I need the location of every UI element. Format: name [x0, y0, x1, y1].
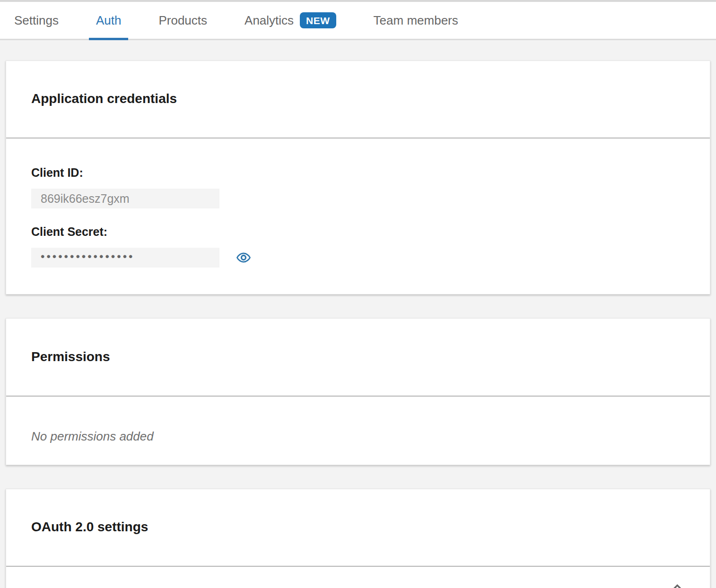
- client-id-value: 869ik66esz7gxm: [41, 192, 130, 206]
- pencil-icon: [661, 582, 683, 588]
- client-id-field: 869ik66esz7gxm: [31, 189, 219, 208]
- tab-settings[interactable]: Settings: [7, 2, 66, 39]
- client-secret-field: ••••••••••••••••: [31, 248, 219, 268]
- tab-team-members[interactable]: Team members: [367, 2, 465, 39]
- application-credentials-body: Client ID: 869ik66esz7gxm Client Secret:…: [6, 138, 710, 294]
- eye-icon: [236, 250, 252, 265]
- client-secret-row: ••••••••••••••••: [31, 248, 685, 268]
- permissions-card: Permissions No permissions added: [6, 318, 710, 465]
- oauth-settings-header: OAuth 2.0 settings: [6, 489, 710, 567]
- permissions-body: No permissions added: [6, 397, 710, 465]
- tab-products[interactable]: Products: [151, 2, 214, 39]
- tab-team-members-label: Team members: [374, 13, 458, 28]
- tab-products-label: Products: [158, 13, 207, 28]
- client-id-label: Client ID:: [31, 165, 685, 180]
- reveal-secret-button[interactable]: [236, 250, 252, 265]
- tab-settings-label: Settings: [14, 13, 59, 28]
- active-tab-underline: [89, 38, 129, 40]
- tab-auth[interactable]: Auth: [89, 2, 129, 39]
- permissions-title: Permissions: [31, 349, 685, 365]
- tab-bar: Settings Auth Products Analytics NEW Tea…: [0, 0, 716, 40]
- permissions-header: Permissions: [6, 319, 710, 396]
- oauth-settings-body: Redirect URLs: No redirect URLs added: [6, 567, 710, 588]
- client-secret-masked-value: ••••••••••••••••: [41, 251, 134, 264]
- application-credentials-card: Application credentials Client ID: 869ik…: [6, 61, 710, 294]
- oauth-settings-title: OAuth 2.0 settings: [31, 519, 685, 535]
- application-credentials-title: Application credentials: [31, 91, 685, 107]
- tab-analytics-label: Analytics: [244, 13, 294, 28]
- application-credentials-header: Application credentials: [6, 61, 710, 138]
- page-content: Application credentials Client ID: 869ik…: [0, 40, 716, 588]
- client-secret-label: Client Secret:: [31, 225, 685, 239]
- new-badge: NEW: [300, 12, 336, 28]
- oauth-settings-card: OAuth 2.0 settings Redirect URLs: No red…: [6, 489, 710, 588]
- tab-auth-label: Auth: [96, 13, 122, 28]
- edit-redirect-urls-button[interactable]: [661, 582, 683, 588]
- permissions-empty-message: No permissions added: [31, 429, 685, 444]
- tab-analytics[interactable]: Analytics NEW: [237, 2, 343, 39]
